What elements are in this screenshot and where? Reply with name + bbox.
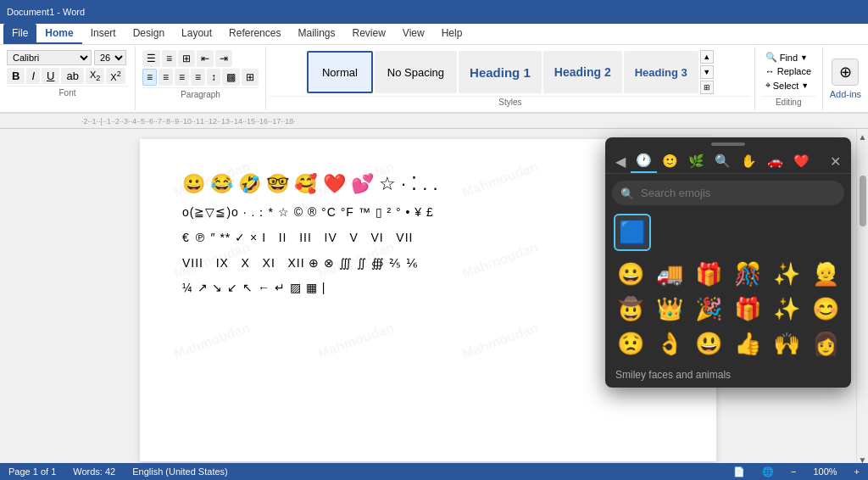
emoji-back-button[interactable]: ◀ <box>610 150 631 173</box>
emoji-item[interactable]: 👑 <box>651 293 688 326</box>
emoji-smiley-tab[interactable]: 🙂 <box>657 150 683 172</box>
emoji-item[interactable]: ✨ <box>768 258 805 291</box>
zoom-in[interactable]: + <box>854 466 860 477</box>
justify-button[interactable]: ≡ <box>191 69 205 86</box>
emoji-panel: ◀ 🕐 🙂 🌿 🔍 ✋ 🚗 ❤️ ✕ 🔍 🟦 😀 🚚 🎁 <box>605 137 851 388</box>
emoji-item[interactable]: 😀 <box>612 258 649 291</box>
bold-button[interactable]: B <box>7 68 25 84</box>
multilevel-button[interactable]: ⊞ <box>178 50 195 67</box>
align-right-button[interactable]: ≡ <box>175 69 189 86</box>
superscript-button[interactable]: X2 <box>106 68 125 84</box>
tab-help[interactable]: Help <box>433 24 471 44</box>
emoji-close-button[interactable]: ✕ <box>825 150 846 173</box>
tab-design[interactable]: Design <box>125 24 173 44</box>
decrease-indent-button[interactable]: ⇤ <box>197 50 214 67</box>
emoji-item[interactable]: 👍 <box>729 327 766 360</box>
styles-expand[interactable]: ⊞ <box>700 81 714 94</box>
emoji-item[interactable]: 👩 <box>807 327 844 360</box>
tab-mailings[interactable]: Mailings <box>289 24 343 44</box>
addins-section: ⊕ Add-ins <box>823 47 868 110</box>
align-left-button[interactable]: ≡ <box>142 69 157 86</box>
emoji-item[interactable]: 🚚 <box>651 258 688 291</box>
strikethrough-button[interactable]: ab <box>61 68 83 84</box>
tab-references[interactable]: References <box>220 24 289 44</box>
emoji-item[interactable]: 👌 <box>651 327 688 360</box>
underline-button[interactable]: U <box>42 68 59 84</box>
emoji-item[interactable]: 🙌 <box>768 327 805 360</box>
bullets-button[interactable]: ☰ <box>142 50 160 67</box>
ruler: ·2··1··|··1··2··3··4··5··6··7··8··9··10·… <box>0 114 868 129</box>
emoji-item[interactable]: 🎉 <box>690 293 727 326</box>
emoji-category-label: Smiley faces and animals <box>605 364 851 388</box>
font-group-label: Font <box>7 86 128 98</box>
emoji-item[interactable]: 🎁 <box>690 258 727 291</box>
tab-layout[interactable]: Layout <box>173 24 220 44</box>
style-h3-button[interactable]: Heading 3 <box>624 51 698 93</box>
emoji-item[interactable]: 🤠 <box>612 293 649 326</box>
addins-label[interactable]: Add-ins <box>830 89 861 99</box>
emoji-selected-box[interactable]: 🟦 <box>614 214 651 251</box>
emoji-nav-bar: ◀ 🕐 🙂 🌿 🔍 ✋ 🚗 ❤️ ✕ <box>605 148 851 174</box>
emoji-heart-tab[interactable]: ❤️ <box>788 150 815 172</box>
select-button[interactable]: ⌖ Select ▼ <box>762 78 815 92</box>
emoji-item[interactable]: ✨ <box>768 293 805 326</box>
doc-line-3: € ℗ ″ ** ✓ × I II III IV V VI VII <box>182 228 674 248</box>
style-h1-button[interactable]: Heading 1 <box>459 51 542 93</box>
increase-indent-button[interactable]: ⇥ <box>215 50 232 67</box>
emoji-grid: 😀 🚚 🎁 🎊 ✨ 👱 🤠 👑 🎉 🎁 ✨ 😊 😟 👌 😃 👍 🙌 👩 <box>605 254 851 364</box>
emoji-history-tab[interactable]: 🕐 <box>631 149 657 173</box>
emoji-item[interactable]: 😊 <box>807 293 844 326</box>
doc-line-1: 😀 😂 🤣 🤓 🥰 ❤️ 💕 ☆ · ⁚ . . <box>182 170 674 198</box>
emoji-item[interactable]: 🎁 <box>729 293 766 326</box>
align-center-button[interactable]: ≡ <box>159 69 173 86</box>
paragraph-group-label: Paragraph <box>142 87 259 99</box>
scroll-thumb[interactable] <box>860 176 866 226</box>
drag-handle <box>711 142 745 146</box>
emoji-hand-tab[interactable]: ✋ <box>736 150 762 172</box>
style-nospacing-button[interactable]: No Spacing <box>375 51 457 93</box>
emoji-item[interactable]: 😟 <box>612 327 649 360</box>
font-size-select[interactable]: 26 <box>94 50 126 65</box>
view-print-layout[interactable]: 📄 <box>733 466 745 477</box>
numbering-button[interactable]: ≡ <box>162 50 176 67</box>
word-count: Words: 42 <box>73 466 115 477</box>
style-h2-button[interactable]: Heading 2 <box>543 51 622 93</box>
tab-home[interactable]: Home <box>36 24 81 44</box>
doc-line-2: o(≧▽≦)o · .：* ☆ © ® °C °F ™ ▯ ² ° • ¥ £ <box>182 203 674 223</box>
subscript-button[interactable]: X2 <box>86 68 104 84</box>
italic-button[interactable]: I <box>26 68 40 84</box>
replace-button[interactable]: ↔ Replace <box>762 64 815 78</box>
view-web[interactable]: 🌐 <box>762 466 774 477</box>
editing-group: 🔍 Find ▼ ↔ Replace ⌖ Select ▼ Editing <box>755 47 823 110</box>
style-normal-button[interactable]: Normal <box>307 51 373 93</box>
emoji-item[interactable]: 🎊 <box>729 258 766 291</box>
line-spacing-button[interactable]: ↕ <box>207 69 220 86</box>
find-button[interactable]: 🔍 Find ▼ <box>762 50 815 64</box>
scroll-track <box>857 145 868 452</box>
scroll-up-button[interactable]: ▲ <box>857 129 868 145</box>
find-icon: 🔍 <box>765 52 777 63</box>
emoji-search-icon: 🔍 <box>620 187 634 199</box>
emoji-item[interactable]: 😃 <box>690 327 727 360</box>
emoji-search-tab[interactable]: 🔍 <box>709 150 736 172</box>
emoji-nature-tab[interactable]: 🌿 <box>683 150 709 172</box>
status-bar: Page 1 of 1 Words: 42 English (United St… <box>0 463 868 480</box>
emoji-item[interactable]: 👱 <box>807 258 844 291</box>
styles-scroll-up[interactable]: ▲ <box>700 50 714 64</box>
tab-view[interactable]: View <box>394 24 433 44</box>
styles-group-label: Styles <box>270 96 751 107</box>
tab-insert[interactable]: Insert <box>82 24 125 44</box>
emoji-transport-tab[interactable]: 🚗 <box>762 150 788 172</box>
vertical-scrollbar[interactable]: ▲ ▼ <box>856 129 868 468</box>
styles-scroll-down[interactable]: ▼ <box>700 65 714 79</box>
select-icon: ⌖ <box>765 80 771 91</box>
editing-group-label: Editing <box>762 96 815 107</box>
borders-button[interactable]: ⊞ <box>242 69 259 86</box>
document-content[interactable]: 😀 😂 🤣 🤓 🥰 ❤️ 💕 ☆ · ⁚ . . o(≧▽≦)o · .：* ☆… <box>182 170 674 299</box>
tab-file[interactable]: File <box>3 24 36 44</box>
font-family-select[interactable]: Calibri <box>7 50 92 65</box>
emoji-search-input[interactable] <box>612 181 844 205</box>
tab-review[interactable]: Review <box>343 24 393 44</box>
zoom-out[interactable]: − <box>791 466 796 477</box>
shading-button[interactable]: ▩ <box>222 69 240 86</box>
